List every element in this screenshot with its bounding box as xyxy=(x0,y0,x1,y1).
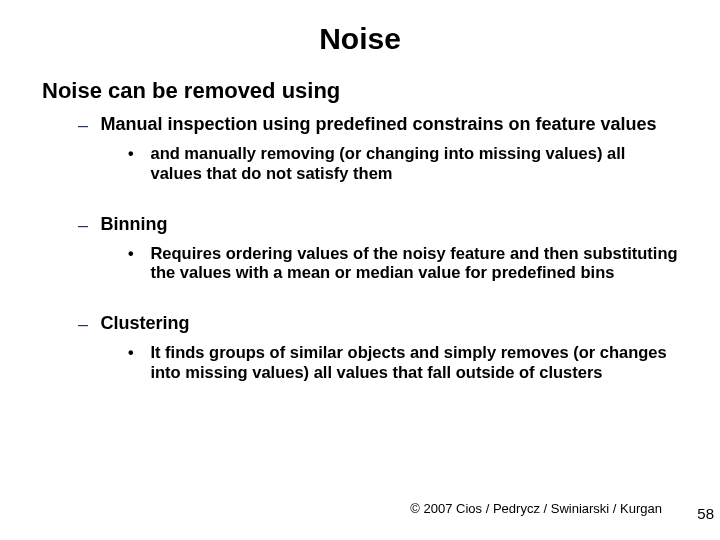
method-title: Manual inspection using predefined const… xyxy=(100,114,656,136)
sub-text: Requires ordering values of the noisy fe… xyxy=(150,244,680,284)
method-item: – Binning xyxy=(78,214,720,236)
sub-bullet: • Requires ordering values of the noisy … xyxy=(128,244,720,284)
method-title: Clustering xyxy=(100,313,189,335)
sub-text: and manually removing (or changing into … xyxy=(150,144,680,184)
dash-bullet-icon: – xyxy=(78,314,96,335)
method-item: – Manual inspection using predefined con… xyxy=(78,114,720,136)
sub-text: It finds groups of similar objects and s… xyxy=(150,343,680,383)
dash-bullet-icon: – xyxy=(78,215,96,236)
slide: Noise Noise can be removed using – Manua… xyxy=(0,0,720,540)
copyright-footer: © 2007 Cios / Pedrycz / Swiniarski / Kur… xyxy=(410,501,662,516)
slide-title: Noise xyxy=(0,0,720,78)
method-item: – Clustering xyxy=(78,313,720,335)
method-title: Binning xyxy=(100,214,167,236)
intro-text: Noise can be removed using xyxy=(42,78,720,104)
sub-bullet: • and manually removing (or changing int… xyxy=(128,144,720,184)
dot-bullet-icon: • xyxy=(128,245,146,263)
page-number: 58 xyxy=(697,505,714,522)
dash-bullet-icon: – xyxy=(78,115,96,136)
dot-bullet-icon: • xyxy=(128,145,146,163)
sub-bullet: • It finds groups of similar objects and… xyxy=(128,343,720,383)
dot-bullet-icon: • xyxy=(128,344,146,362)
